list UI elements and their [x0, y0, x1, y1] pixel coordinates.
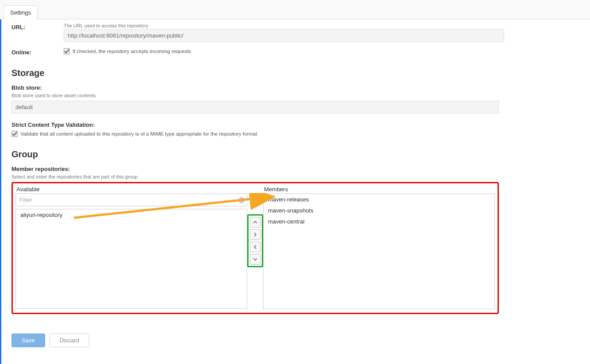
list-item[interactable]: maven-central — [264, 216, 494, 227]
list-item[interactable]: maven-snapshots — [264, 205, 494, 216]
online-hint: If checked, the repository accepts incom… — [73, 49, 191, 54]
tab-settings[interactable]: Settings — [4, 5, 38, 19]
add-to-members-button[interactable] — [250, 229, 261, 240]
move-up-button[interactable] — [250, 217, 261, 228]
blob-store-label: Blob store: — [11, 84, 499, 91]
blob-store-hint: Blob store used to store asset contents — [11, 93, 499, 98]
member-repos-hint: Select and order the repositories that a… — [11, 174, 499, 179]
list-item[interactable]: maven-releases — [264, 194, 494, 205]
clear-filter-icon[interactable]: × — [238, 197, 245, 203]
form-buttons: Save Discard — [11, 334, 575, 347]
discard-button[interactable]: Discard — [50, 334, 89, 347]
strict-label: Strict Content Type Validation: — [11, 121, 499, 128]
online-field-row: Online: If checked, the repository accep… — [11, 48, 575, 56]
available-title: Available — [15, 186, 247, 193]
list-item[interactable]: aliyun-repository — [16, 209, 247, 220]
available-listbox[interactable]: aliyun-repository — [15, 209, 247, 309]
save-button[interactable]: Save — [11, 334, 45, 347]
check-icon — [12, 131, 17, 136]
members-title: Members — [263, 186, 495, 193]
transfer-controls — [247, 214, 263, 267]
member-repos-label: Member repositories: — [11, 166, 499, 172]
online-label: Online: — [11, 48, 64, 56]
group-heading: Group — [11, 149, 575, 159]
chevron-up-icon — [253, 220, 257, 224]
chevron-down-icon — [253, 257, 257, 262]
chevron-left-icon — [253, 245, 257, 249]
strict-hint: Validate that all content uploaded to th… — [20, 131, 257, 136]
available-filter-input[interactable] — [15, 193, 247, 206]
url-hint: The URL used to access this repository — [64, 23, 504, 28]
chevron-right-icon — [253, 232, 257, 237]
available-panel: Available × aliyun-repository — [15, 186, 247, 309]
url-input — [64, 29, 504, 42]
content: URL: The URL used to access this reposit… — [0, 23, 575, 356]
group-box: Available × aliyun-repository — [11, 182, 499, 314]
url-label: URL: — [11, 23, 64, 30]
check-icon — [64, 49, 69, 54]
storage-heading: Storage — [11, 68, 575, 78]
blob-store-input — [11, 101, 499, 114]
move-down-button[interactable] — [250, 254, 261, 265]
top-bar: Settings — [0, 0, 590, 19]
members-panel: Members maven-releasesmaven-snapshotsmav… — [263, 186, 495, 309]
strict-checkbox[interactable] — [11, 131, 18, 137]
online-checkbox[interactable] — [64, 48, 70, 54]
members-listbox[interactable]: maven-releasesmaven-snapshotsmaven-centr… — [263, 193, 495, 309]
remove-from-members-button[interactable] — [250, 242, 261, 252]
url-field-row: URL: The URL used to access this reposit… — [11, 23, 575, 42]
